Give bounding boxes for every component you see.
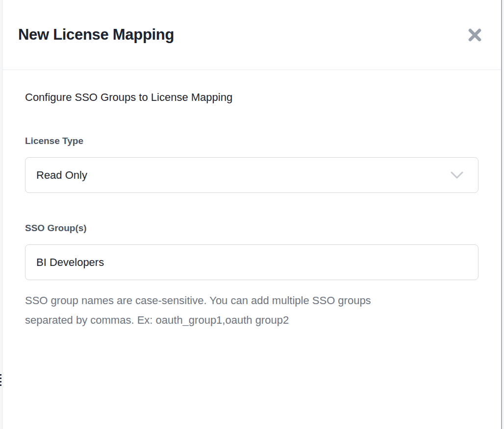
sso-groups-label: SSO Group(s) xyxy=(25,222,479,234)
chevron-down-icon xyxy=(451,171,463,179)
sso-groups-input[interactable] xyxy=(25,244,479,280)
modal-header: New License Mapping xyxy=(3,0,501,70)
modal-subtitle: Configure SSO Groups to License Mapping xyxy=(25,91,479,104)
modal-title: New License Mapping xyxy=(18,26,174,44)
background-list-icon-fragment xyxy=(0,374,1,387)
sso-groups-help-text: SSO group names are case-sensitive. You … xyxy=(25,291,390,330)
x-icon xyxy=(467,27,482,43)
close-button[interactable] xyxy=(466,26,483,44)
license-type-label: License Type xyxy=(25,135,479,146)
license-type-select[interactable]: Read Only xyxy=(25,157,479,193)
modal-body: Configure SSO Groups to License Mapping … xyxy=(3,70,501,330)
page-background: { "modal": { "title": "New License Mappi… xyxy=(0,0,504,429)
new-license-mapping-modal: New License Mapping Configure SSO Groups… xyxy=(2,0,502,429)
license-type-selected-value: Read Only xyxy=(36,169,87,182)
